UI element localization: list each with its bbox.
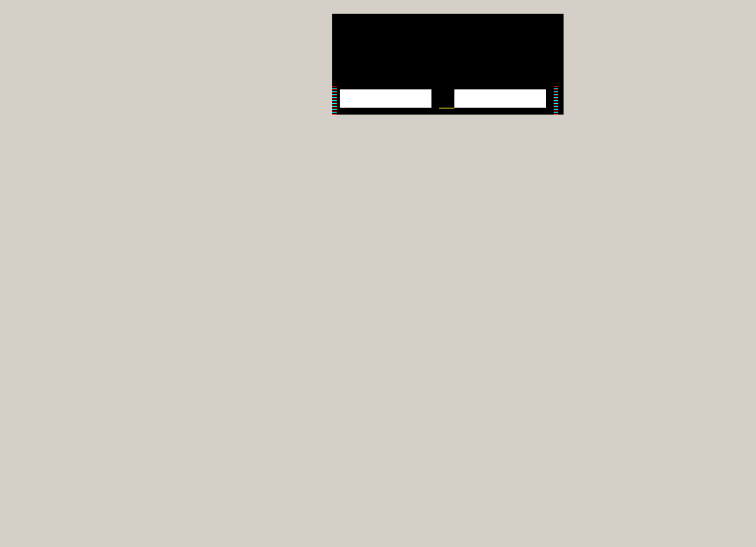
debug-canvas [332,14,564,115]
debug-page [0,0,756,547]
